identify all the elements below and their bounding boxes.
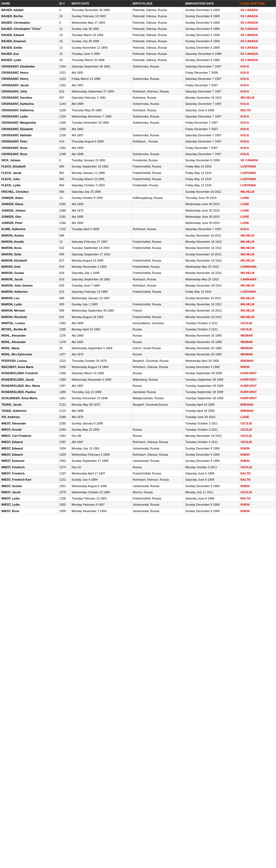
- ship-link-text[interactable]: CECILIE: [241, 434, 252, 437]
- ship-link-text[interactable]: BALTIC: [241, 108, 251, 112]
- cell-ship-link[interactable]: CECILIE: [239, 326, 276, 333]
- cell-ship-link[interactable]: BREMAN: [239, 358, 276, 364]
- ship-link-text[interactable]: LUISE: [241, 221, 249, 224]
- ship-link-text[interactable]: WILHELM: [241, 303, 254, 306]
- ship-link-text[interactable]: BREMAN: [241, 409, 253, 412]
- ship-link-text[interactable]: LUISE: [241, 203, 249, 206]
- ship-link-text[interactable]: KURFURST: [241, 372, 257, 375]
- ship-link-text[interactable]: LUSITANIA: [241, 178, 256, 181]
- cell-ship-link[interactable]: LUSITANIA: [239, 176, 276, 182]
- ship-link-text[interactable]: SS CANADA: [241, 52, 258, 55]
- ship-link-text[interactable]: LUISE: [241, 209, 249, 212]
- ship-link-text[interactable]: SS CANADA: [241, 58, 258, 62]
- ship-link-text[interactable]: CECILIE: [241, 321, 252, 325]
- ship-link-text[interactable]: KOLN: [241, 133, 249, 137]
- cell-ship-link[interactable]: RHEIN: [239, 364, 276, 370]
- cell-ship-link[interactable]: LUSITANIA: [239, 163, 276, 169]
- cell-ship-link[interactable]: LUSITANIA: [239, 289, 276, 295]
- cell-ship-link[interactable]: BREMAN: [239, 401, 276, 407]
- cell-ship-link[interactable]: BALTIC: [239, 495, 276, 502]
- ship-link-text[interactable]: WILHELM: [241, 246, 254, 249]
- cell-ship-link[interactable]: CECILIE: [239, 320, 276, 326]
- ship-link-text[interactable]: CECILIE: [241, 328, 252, 331]
- ship-link-text[interactable]: KOLN: [241, 140, 249, 143]
- cell-ship-link[interactable]: WILHELM: [239, 232, 276, 239]
- cell-ship-link[interactable]: CECILIE: [239, 433, 276, 439]
- cell-ship-link[interactable]: WEIMAR: [239, 345, 276, 351]
- ship-link-text[interactable]: WILHELM: [241, 253, 254, 256]
- ship-link-text[interactable]: WILHELM: [241, 315, 254, 318]
- cell-ship-link[interactable]: KOLN: [239, 120, 276, 126]
- ship-link-text[interactable]: KURFURST: [241, 390, 257, 394]
- cell-ship-link[interactable]: SS CANADA: [239, 44, 276, 51]
- cell-ship-link[interactable]: WILHELM: [239, 308, 276, 314]
- ship-link-text[interactable]: KURFURST: [241, 384, 257, 388]
- cell-ship-link[interactable]: KOLN: [239, 69, 276, 75]
- cell-ship-link[interactable]: KURFURST: [239, 389, 276, 395]
- cell-ship-link[interactable]: WEIMAR: [239, 339, 276, 345]
- ship-link-text[interactable]: CECILIE: [241, 422, 252, 425]
- cell-ship-link[interactable]: KOLN: [239, 63, 276, 69]
- ship-link-text[interactable]: KOLN: [241, 146, 249, 150]
- cell-ship-link[interactable]: SS CANADA: [239, 32, 276, 38]
- cell-ship-link[interactable]: SS CANADA: [239, 51, 276, 57]
- cell-ship-link[interactable]: CECILIE: [239, 489, 276, 495]
- ship-link-text[interactable]: KOLN: [241, 115, 249, 118]
- cell-ship-link[interactable]: KOLN: [239, 76, 276, 82]
- cell-ship-link[interactable]: WEIMAR: [239, 351, 276, 358]
- ship-link-text[interactable]: KOLN: [241, 227, 249, 230]
- cell-ship-link[interactable]: WILHELM: [239, 270, 276, 276]
- ship-link-text[interactable]: WILHELM: [241, 96, 254, 99]
- cell-ship-link[interactable]: WILHELM: [239, 188, 276, 195]
- ship-link-text[interactable]: RHEIN: [241, 453, 250, 456]
- ship-link-text[interactable]: SS CANADA: [241, 33, 258, 36]
- ship-link-text[interactable]: WILHELM: [241, 259, 254, 262]
- cell-ship-link[interactable]: LUISE: [239, 213, 276, 220]
- ship-link-text[interactable]: KURFURST: [241, 378, 257, 381]
- ship-link-text[interactable]: WEIMAR: [241, 346, 253, 350]
- ship-link-text[interactable]: WEIMAR: [241, 340, 253, 344]
- ship-link-text[interactable]: LUISE: [241, 196, 249, 199]
- ship-link-text[interactable]: KOLN: [241, 77, 249, 81]
- cell-ship-link[interactable]: CECILIE: [239, 420, 276, 426]
- ship-link-text[interactable]: WILHELM: [241, 234, 254, 237]
- ship-link-text[interactable]: BALTIC: [241, 472, 251, 475]
- ship-link-text[interactable]: CECILIE: [241, 440, 252, 443]
- ship-link-text[interactable]: WEIMAR: [241, 334, 253, 337]
- ship-link-text[interactable]: BREMAN: [241, 403, 253, 406]
- ship-link-text[interactable]: LUSITANIA: [241, 184, 256, 187]
- cell-ship-link[interactable]: LUISE: [239, 207, 276, 213]
- cell-ship-link[interactable]: KOLN: [239, 226, 276, 232]
- cell-ship-link[interactable]: KURFURST: [239, 382, 276, 389]
- ship-link-text[interactable]: CARMANIA: [241, 278, 257, 281]
- cell-ship-link[interactable]: SS CANADA: [239, 7, 276, 13]
- cell-ship-link[interactable]: CARMANIA: [239, 276, 276, 282]
- ship-link-text[interactable]: SS CANADA: [241, 21, 258, 24]
- ship-link-text[interactable]: SS CANADA: [241, 8, 258, 11]
- cell-ship-link[interactable]: KOLN: [239, 114, 276, 120]
- ship-link-text[interactable]: SS CANADA: [241, 27, 258, 30]
- ship-link-text[interactable]: LUSITANIA: [241, 165, 256, 168]
- ship-link-text[interactable]: WILHELM: [241, 284, 254, 287]
- cell-ship-link[interactable]: WILHELM: [239, 257, 276, 264]
- ship-link-text[interactable]: CECILIE: [241, 428, 252, 431]
- ship-link-text[interactable]: KOLN: [241, 152, 249, 156]
- ship-link-text[interactable]: BALTIC: [241, 497, 251, 500]
- cell-ship-link[interactable]: WILHELM: [239, 295, 276, 301]
- ship-link-text[interactable]: LUISE: [241, 415, 249, 418]
- cell-ship-link[interactable]: KOLN: [239, 126, 276, 132]
- cell-ship-link[interactable]: LUSITANIA: [239, 169, 276, 176]
- cell-ship-link[interactable]: CECILIE: [239, 426, 276, 433]
- cell-ship-link[interactable]: LUSITANIA: [239, 182, 276, 188]
- cell-ship-link[interactable]: KOLN: [239, 145, 276, 151]
- ship-link-text[interactable]: WILHELM: [241, 271, 254, 275]
- cell-ship-link[interactable]: KOLN: [239, 82, 276, 88]
- cell-ship-link[interactable]: KOLN: [239, 132, 276, 138]
- ship-link-text[interactable]: CECILIE: [241, 491, 252, 494]
- ship-link-text[interactable]: RHEIN: [241, 485, 250, 488]
- cell-ship-link[interactable]: RHEIN: [239, 508, 276, 514]
- cell-ship-link[interactable]: RHEIN: [239, 483, 276, 489]
- cell-ship-link[interactable]: BALTIC: [239, 107, 276, 113]
- cell-ship-link[interactable]: RHEIN: [239, 452, 276, 458]
- cell-ship-link[interactable]: SS CANADA: [239, 38, 276, 44]
